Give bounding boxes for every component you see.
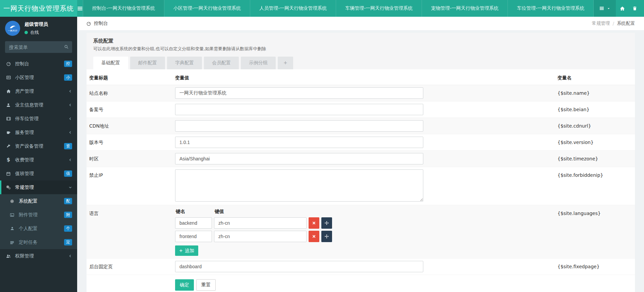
menu-search-input[interactable] (5, 41, 72, 53)
plus-icon (179, 249, 183, 252)
drag-row-button[interactable] (321, 231, 332, 242)
badge: 控 (64, 61, 72, 67)
sidebar-item-permissions[interactable]: 权限管理 (0, 249, 77, 263)
lang-key-input[interactable] (175, 231, 212, 242)
sidebar-item-general[interactable]: 常规管理 (0, 180, 77, 194)
breadcrumb-separator: / (612, 21, 614, 26)
reset-button[interactable]: 重置 (196, 279, 216, 291)
lang-key-input[interactable] (175, 217, 212, 229)
kv-row (175, 231, 552, 242)
home-icon (620, 6, 625, 11)
page-title: 系统配置 (93, 38, 628, 44)
badge: 小 (64, 74, 72, 81)
tab-dictionary-config[interactable]: 字典配置 (167, 57, 202, 69)
timezone-input[interactable] (175, 153, 423, 164)
table-header: 变量标题 变量值 变量名 (87, 69, 635, 85)
sidebar-item-cron[interactable]: 定时任务 定 (0, 235, 77, 249)
wrench-icon (5, 144, 12, 149)
sidebar-item-system-config[interactable]: 系统配置 配 (0, 194, 77, 208)
tab-basic-config[interactable]: 基础配置 (93, 57, 128, 69)
table-row: CDN地址 {$site.cdnurl} (87, 118, 635, 134)
append-button[interactable]: 追加 (175, 245, 198, 256)
kv-headers: 键名 键值 (175, 209, 552, 215)
tab-mail-config[interactable]: 邮件配置 (130, 57, 165, 69)
home-button[interactable] (616, 0, 629, 17)
breadcrumb-home[interactable]: 控制台 (86, 20, 108, 26)
menu-search-box (5, 41, 72, 53)
badge: 附 (64, 212, 72, 218)
tab-member-config[interactable]: 会员配置 (204, 57, 239, 69)
topnav-tab-parking[interactable]: 车位管理-一网天行物业管理系统 (507, 0, 594, 17)
trash-button[interactable] (629, 0, 641, 17)
topnav-tab-personnel[interactable]: 人员管理-一网天行物业管理系统 (250, 0, 336, 17)
forbidden-ip-textarea[interactable] (175, 169, 423, 202)
bars-icon (77, 6, 83, 11)
sidebar-item-service[interactable]: 服务管理 (0, 126, 77, 139)
table-row: 站点名称 {$site.name} (87, 85, 635, 101)
search-icon[interactable] (64, 45, 69, 49)
sidebar-item-property[interactable]: 房产管理 (0, 84, 77, 98)
table-row: 备案号 {$site.beian} (87, 101, 635, 118)
submit-button[interactable]: 确定 (175, 279, 194, 291)
topnav-right-controls: 一网天行 超级管理员 (594, 0, 644, 17)
sidebar-item-parking-space[interactable]: 停车位管理 (0, 112, 77, 126)
kv-row (175, 217, 552, 229)
topnav-tab-vehicle[interactable]: 车辆管理-一网天行物业管理系统 (336, 0, 422, 17)
sidebar-menu: 控制台 控 小区管理 小 房产管理 业主信息管理 停车位管理 服务管理 (0, 57, 77, 263)
delete-row-button[interactable] (309, 217, 319, 229)
tabs-list-dropdown-button[interactable] (594, 0, 616, 17)
cog-icon (9, 199, 15, 204)
arrows-move-icon (324, 234, 329, 239)
cogs-icon (5, 185, 12, 190)
sidebar-item-duty[interactable]: 值班管理 值 (0, 167, 77, 180)
sidebar-item-community[interactable]: 小区管理 小 (0, 71, 77, 84)
tab-add-group[interactable]: + (278, 57, 293, 69)
app-logo: 一网天行物业管理系统 (0, 0, 77, 17)
badge: 值 (64, 170, 72, 177)
drag-row-button[interactable] (321, 217, 332, 229)
beian-input[interactable] (175, 104, 423, 115)
version-input[interactable] (175, 137, 423, 148)
sidebar-user-status[interactable]: 在线 (24, 29, 48, 35)
chevron-down-icon (68, 186, 72, 189)
user-icon (9, 226, 15, 231)
sidebar-item-assets[interactable]: 资产设备管理 资 (0, 139, 77, 153)
avatar: 一网天行 (5, 21, 20, 36)
chevron-left-icon (68, 158, 72, 162)
fixedpage-input[interactable] (175, 261, 423, 272)
site-name-input[interactable] (175, 87, 423, 99)
tab-example-group[interactable]: 示例分组 (241, 57, 276, 69)
sidebar-item-owner-info[interactable]: 业主信息管理 (0, 98, 77, 112)
x-icon (312, 221, 316, 225)
col-header-varname: 变量名 (555, 75, 635, 81)
sidebar-user-name: 超级管理员 (24, 21, 48, 27)
system-config-panel: 系统配置 可以在此增改系统的变量和分组,也可以自定义分组和变量,如果需要删除请从… (87, 33, 635, 292)
x-icon (312, 234, 316, 238)
topnav-tab-console[interactable]: 控制台-一网天行物业管理系统 (83, 0, 164, 17)
sidebar-item-billing[interactable]: $ 收费管理 (0, 153, 77, 167)
delete-row-button[interactable] (309, 231, 319, 242)
cdnurl-input[interactable] (175, 120, 423, 132)
sidebar-toggle-button[interactable] (77, 0, 83, 17)
table-row: 禁止IP {$site.forbiddenip} (87, 167, 635, 205)
lang-value-input[interactable] (214, 231, 307, 242)
sidebar-user-panel: 一网天行 超级管理员 在线 (0, 17, 77, 39)
list-bars-icon (9, 240, 15, 245)
dollar-icon: $ (5, 157, 12, 162)
topnav-tab-community[interactable]: 小区管理-一网天行物业管理系统 (164, 0, 250, 17)
sidebar-item-dashboard[interactable]: 控制台 控 (0, 57, 77, 71)
tachometer-icon (86, 21, 91, 26)
topnav-tabs: 控制台-一网天行物业管理系统 小区管理-一网天行物业管理系统 人员管理-一网天行… (83, 0, 594, 17)
content-wrapper: 控制台 常规管理 / 系统配置 系统配置 可以在此增改系统的变量和分组,也可以自… (77, 0, 644, 292)
general-submenu: 系统配置 配 附件管理 附 个人配置 个 定时任务 定 (0, 194, 77, 249)
lang-value-input[interactable] (214, 217, 307, 229)
sidebar-item-attachments[interactable]: 附件管理 附 (0, 208, 77, 222)
wipe-cache-button[interactable] (641, 0, 644, 17)
chevron-left-icon (68, 131, 72, 134)
film-icon (5, 116, 12, 121)
table-row: 后台固定页 {$site.fixedpage} (87, 259, 635, 275)
table-row: 时区 {$site.timezone} (87, 151, 635, 167)
breadcrumb-section[interactable]: 常规管理 (592, 20, 610, 26)
sidebar-item-profile[interactable]: 个人配置 个 (0, 222, 77, 235)
topnav-tab-pet[interactable]: 宠物管理-一网天行物业管理系统 (422, 0, 507, 17)
